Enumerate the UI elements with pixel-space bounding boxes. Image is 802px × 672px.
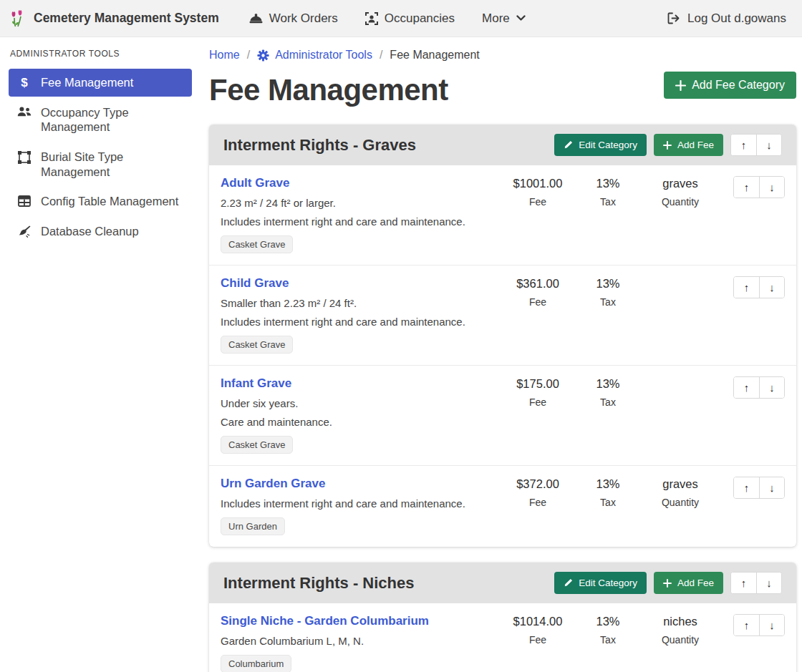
move-up-button[interactable]: ↑ bbox=[734, 377, 759, 398]
category-actions: Edit CategoryAdd Fee↑↓ bbox=[554, 134, 782, 156]
sidebar-item-label: Config Table Management bbox=[41, 194, 178, 209]
table-icon bbox=[17, 195, 32, 207]
fee-row: Adult Grave2.23 m² / 24 ft² or larger.In… bbox=[209, 165, 796, 265]
people-icon bbox=[17, 107, 32, 117]
plus-icon bbox=[663, 141, 672, 150]
add-fee-button[interactable]: Add Fee bbox=[654, 134, 723, 156]
tulip-logo-icon bbox=[9, 9, 27, 28]
breadcrumb-current: Fee Management bbox=[390, 49, 479, 62]
fee-amount: $175.00Fee bbox=[498, 376, 577, 408]
fee-amount-label: Fee bbox=[498, 196, 577, 208]
fee-badge: Urn Garden bbox=[221, 517, 285, 535]
category-title: Interment Rights - Niches bbox=[223, 574, 554, 593]
move-up-button[interactable]: ↑ bbox=[734, 477, 759, 498]
fee-tax-label: Tax bbox=[577, 196, 639, 208]
fee-name-link[interactable]: Single Niche - Garden Columbarium bbox=[221, 614, 429, 628]
fee-tax-label: Tax bbox=[577, 396, 639, 408]
move-up-button[interactable]: ↑ bbox=[734, 615, 759, 636]
sidebar-heading: ADMINISTRATOR TOOLS bbox=[10, 49, 190, 59]
fee-badge-row: Columbarium bbox=[221, 647, 494, 672]
logout-link[interactable]: Log Out d.gowans bbox=[667, 11, 786, 26]
fee-quantity: nichesQuantity bbox=[639, 614, 722, 646]
fee-badge-row: Casket Grave bbox=[221, 328, 494, 354]
fee-amount-label: Fee bbox=[498, 296, 577, 308]
fee-name-link[interactable]: Child Grave bbox=[221, 276, 289, 291]
sidebar-item-occupancy-type-management[interactable]: Occupancy Type Management bbox=[9, 99, 192, 141]
fee-amount-value: $1014.00 bbox=[498, 615, 577, 628]
fee-name-link[interactable]: Adult Grave bbox=[221, 176, 289, 190]
move-up-button[interactable]: ↑ bbox=[731, 573, 756, 593]
fee-amount-label: Fee bbox=[498, 634, 577, 646]
fee-row-actions: ↑↓ bbox=[733, 276, 785, 298]
nav-item-more[interactable]: More bbox=[482, 11, 526, 26]
fee-name-link[interactable]: Infant Grave bbox=[221, 376, 291, 391]
fee-amount-value: $372.00 bbox=[498, 477, 577, 491]
fee-row-actions: ↑↓ bbox=[733, 614, 785, 636]
move-down-button[interactable]: ↓ bbox=[759, 177, 784, 198]
fee-quantity: gravesQuantity bbox=[639, 176, 722, 208]
move-down-button[interactable]: ↓ bbox=[759, 477, 784, 498]
navbar-links: Work Orders Occupancies More bbox=[249, 11, 526, 26]
sidebar-item-burial-site-type-management[interactable]: Burial Site Type Management bbox=[9, 143, 192, 185]
fee-badge: Casket Grave bbox=[221, 235, 293, 253]
fee-tax: 13%Tax bbox=[577, 477, 639, 508]
fee-description: Under six years. bbox=[221, 397, 494, 409]
fee-row-actions: ↑↓ bbox=[733, 176, 785, 198]
bounding-box-icon bbox=[17, 151, 32, 164]
fee-badge: Casket Grave bbox=[221, 336, 293, 354]
category-actions: Edit CategoryAdd Fee↑↓ bbox=[554, 572, 782, 594]
move-down-button[interactable]: ↓ bbox=[759, 277, 784, 298]
sidebar-item-fee-management[interactable]: $ Fee Management bbox=[9, 69, 192, 97]
add-fee-button[interactable]: Add Fee bbox=[654, 572, 723, 594]
move-up-button[interactable]: ↑ bbox=[734, 177, 759, 198]
fee-amount: $372.00Fee bbox=[498, 477, 577, 508]
fee-tax-value: 13% bbox=[577, 615, 639, 628]
person-bounding-box-icon bbox=[365, 12, 378, 25]
fee-row-actions: ↑↓ bbox=[733, 376, 785, 399]
add-fee-category-button[interactable]: Add Fee Category bbox=[664, 72, 796, 99]
fee-amount-value: $175.00 bbox=[498, 377, 577, 391]
move-up-button[interactable]: ↑ bbox=[731, 135, 756, 155]
move-down-button[interactable]: ↓ bbox=[759, 615, 784, 636]
fee-row: Urn Garden GraveIncludes interment right… bbox=[209, 465, 796, 547]
edit-category-button[interactable]: Edit Category bbox=[554, 134, 647, 156]
move-down-button[interactable]: ↓ bbox=[759, 377, 784, 398]
fee-tax-label: Tax bbox=[577, 634, 639, 646]
move-down-button[interactable]: ↓ bbox=[756, 573, 781, 593]
hard-hat-icon bbox=[249, 12, 263, 24]
fee-quantity-label: Quantity bbox=[639, 196, 722, 208]
fee-description: Includes interment right and care and ma… bbox=[221, 215, 494, 228]
fee-description: Includes interment right and care and ma… bbox=[221, 497, 494, 510]
breadcrumb-home-link[interactable]: Home bbox=[209, 49, 240, 62]
sidebar-item-config-table-management[interactable]: Config Table Management bbox=[9, 188, 192, 215]
sidebar-item-label: Occupancy Type Management bbox=[41, 105, 183, 135]
fee-tax-value: 13% bbox=[577, 477, 639, 491]
main-content: Home / Administrator bbox=[200, 37, 802, 672]
fee-details: Adult Grave2.23 m² / 24 ft² or larger.In… bbox=[221, 176, 498, 253]
app-brand[interactable]: Cemetery Management System bbox=[9, 9, 219, 28]
nav-item-occupancies[interactable]: Occupancies bbox=[365, 11, 455, 26]
edit-category-button[interactable]: Edit Category bbox=[554, 572, 647, 594]
sidebar: ADMINISTRATOR TOOLS $ Fee Management Occ… bbox=[0, 37, 200, 247]
nav-label: Occupancies bbox=[385, 11, 455, 26]
fee-description: Care and maintenance. bbox=[221, 416, 494, 428]
sidebar-item-database-cleanup[interactable]: Database Cleanup bbox=[9, 218, 192, 245]
breadcrumb-separator: / bbox=[380, 49, 382, 62]
fee-categories: Interment Rights - GravesEdit CategoryAd… bbox=[209, 125, 796, 672]
edit-category-label: Edit Category bbox=[579, 578, 637, 588]
fee-tax-label: Tax bbox=[577, 296, 639, 308]
fee-description: Includes interment right and care and ma… bbox=[221, 316, 494, 328]
nav-item-work-orders[interactable]: Work Orders bbox=[249, 11, 338, 26]
move-up-button[interactable]: ↑ bbox=[734, 277, 759, 298]
breadcrumb-admin-tools-link[interactable]: Administrator Tools bbox=[257, 49, 372, 62]
fee-name-link[interactable]: Urn Garden Grave bbox=[221, 477, 325, 491]
fee-description: Garden Columbarium L, M, N. bbox=[221, 635, 494, 647]
nav-label: Work Orders bbox=[269, 11, 338, 26]
move-down-button[interactable]: ↓ bbox=[756, 135, 781, 155]
category-title: Interment Rights - Graves bbox=[223, 136, 554, 155]
logout-icon bbox=[667, 12, 681, 24]
fee-details: Child GraveSmaller than 2.23 m² / 24 ft²… bbox=[221, 276, 498, 354]
category-move-group: ↑↓ bbox=[730, 134, 782, 156]
fee-description: Smaller than 2.23 m² / 24 ft². bbox=[221, 297, 494, 309]
fee-move-group: ↑↓ bbox=[733, 176, 785, 198]
